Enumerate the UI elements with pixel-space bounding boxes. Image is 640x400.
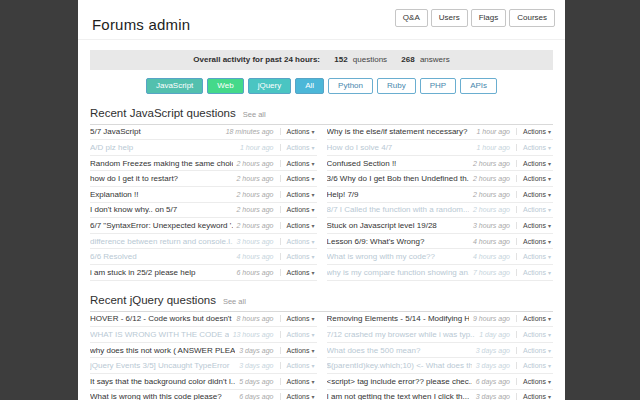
question-title[interactable]: i am stuck in 25/2 please help — [90, 268, 233, 277]
questions-label: questions — [353, 55, 387, 64]
question-title[interactable]: A/D plz help — [90, 143, 236, 152]
question-title[interactable]: 6/7 "SyntaxError: Unexpected keyword '..… — [90, 221, 233, 230]
actions-dropdown[interactable]: Actions▾ — [516, 160, 553, 167]
actions-dropdown[interactable]: Actions▾ — [280, 362, 317, 369]
chevron-down-icon: ▾ — [548, 253, 551, 260]
actions-dropdown[interactable]: Actions▾ — [280, 222, 317, 229]
actions-dropdown[interactable]: Actions▾ — [516, 331, 553, 338]
question-title[interactable]: why does this not work ( ANSWER PLEA... — [90, 346, 235, 355]
question-title[interactable]: 8/7 I Called the function with a random.… — [327, 205, 470, 214]
chevron-down-icon: ▾ — [548, 331, 551, 338]
question-title[interactable]: Explanation !! — [90, 190, 233, 199]
question-title[interactable]: Random Freezes making the same choic... — [90, 159, 233, 168]
actions-dropdown[interactable]: Actions▾ — [516, 393, 553, 400]
actions-dropdown[interactable]: Actions▾ — [516, 144, 553, 151]
actions-dropdown[interactable]: Actions▾ — [516, 206, 553, 213]
question-row: 3/6 Why do I get Bob then Undefined th..… — [327, 171, 554, 187]
question-title[interactable]: 6/6 Resolved — [90, 252, 233, 261]
filter-ruby[interactable]: Ruby — [377, 78, 416, 94]
filter-apis[interactable]: APIs — [460, 78, 497, 94]
question-title[interactable]: Removing Elements - 5/14 - Modifying H..… — [327, 314, 470, 323]
question-title[interactable]: difference between return and console.l.… — [90, 237, 233, 246]
actions-dropdown[interactable]: Actions▾ — [280, 175, 317, 182]
question-row: why does this not work ( ANSWER PLEA...3… — [90, 343, 317, 359]
question-time: 6 days ago — [476, 378, 510, 385]
chevron-down-icon: ▾ — [311, 269, 314, 276]
question-row: why is my compare function showing an...… — [327, 265, 554, 281]
see-all-link[interactable]: See all — [223, 297, 246, 306]
question-title[interactable]: Why is the else/if statement necessary? — [327, 127, 473, 136]
actions-dropdown[interactable]: Actions▾ — [516, 347, 553, 354]
actions-dropdown[interactable]: Actions▾ — [516, 253, 553, 260]
chevron-down-icon: ▾ — [548, 238, 551, 245]
actions-dropdown[interactable]: Actions▾ — [280, 331, 317, 338]
actions-dropdown[interactable]: Actions▾ — [516, 175, 553, 182]
question-title[interactable]: Help! 7/9 — [327, 190, 470, 199]
actions-dropdown[interactable]: Actions▾ — [280, 393, 317, 400]
question-title[interactable]: <script> tag include error?? please chec… — [327, 377, 472, 386]
question-title[interactable]: Confused Section !! — [327, 159, 470, 168]
question-title[interactable]: I don't know why.. on 5/7 — [90, 205, 233, 214]
filter-jquery[interactable]: jQuery — [248, 78, 292, 94]
actions-dropdown[interactable]: Actions▾ — [280, 128, 317, 135]
question-title[interactable]: Stuck on Javascript level 19/28 — [327, 221, 470, 230]
question-title[interactable]: It says that the background color didn't… — [90, 377, 235, 386]
actions-dropdown[interactable]: Actions▾ — [516, 269, 553, 276]
question-title[interactable]: how do I get it to restart? — [90, 174, 233, 183]
question-column: 5/7 JavaScript18 minutes agoActions▾A/D … — [90, 125, 317, 281]
actions-dropdown[interactable]: Actions▾ — [280, 160, 317, 167]
actions-dropdown[interactable]: Actions▾ — [280, 347, 317, 354]
question-title[interactable]: How do I solve 4/7 — [327, 143, 473, 152]
actions-dropdown[interactable]: Actions▾ — [516, 128, 553, 135]
question-title[interactable]: 3/6 Why do I get Bob then Undefined th..… — [327, 174, 470, 183]
question-title[interactable]: What is wrong with this code please? — [90, 392, 235, 400]
filter-php[interactable]: PHP — [420, 78, 456, 94]
actions-dropdown[interactable]: Actions▾ — [280, 191, 317, 198]
question-title[interactable]: $(parentId)key.which;10) <- What does th… — [327, 361, 472, 370]
actions-dropdown[interactable]: Actions▾ — [280, 238, 317, 245]
question-title[interactable]: 5/7 JavaScript — [90, 127, 222, 136]
actions-label: Actions — [287, 128, 310, 135]
nav-button-flags[interactable]: Flags — [471, 9, 507, 27]
actions-label: Actions — [523, 128, 546, 135]
question-title[interactable]: What does the 500 mean? — [327, 346, 472, 355]
actions-dropdown[interactable]: Actions▾ — [280, 315, 317, 322]
question-title[interactable]: why is my compare function showing an... — [327, 268, 470, 277]
question-title[interactable]: What is wrong with my code?? — [327, 252, 470, 261]
question-title[interactable]: jQuery Events 3/5] Uncaught TypeError — [90, 361, 235, 370]
see-all-link[interactable]: See all — [243, 110, 266, 119]
filter-all[interactable]: All — [295, 78, 324, 94]
actions-dropdown[interactable]: Actions▾ — [516, 378, 553, 385]
actions-dropdown[interactable]: Actions▾ — [516, 222, 553, 229]
nav-button-users[interactable]: Users — [431, 9, 468, 27]
actions-dropdown[interactable]: Actions▾ — [280, 269, 317, 276]
actions-dropdown[interactable]: Actions▾ — [280, 206, 317, 213]
actions-label: Actions — [287, 144, 310, 151]
question-row: 8/7 I Called the function with a random.… — [327, 203, 554, 219]
actions-dropdown[interactable]: Actions▾ — [516, 315, 553, 322]
question-row: how do I get it to restart?2 hours agoAc… — [90, 171, 317, 187]
question-title[interactable]: 7/12 crashed my browser while i was typ.… — [327, 330, 476, 339]
section-title: Recent JavaScript questions — [90, 107, 236, 119]
filter-web[interactable]: Web — [207, 78, 243, 94]
question-title[interactable]: HOVER - 6/12 - Code works but doesn't a.… — [90, 314, 233, 323]
question-title[interactable]: Lesson 6/9: What's Wrong? — [327, 237, 470, 246]
actions-dropdown[interactable]: Actions▾ — [516, 238, 553, 245]
question-time: 1 hour ago — [477, 144, 510, 151]
nav-button-courses[interactable]: Courses — [509, 9, 555, 27]
filter-python[interactable]: Python — [328, 78, 373, 94]
question-row: Why is the else/if statement necessary?1… — [327, 125, 554, 141]
chevron-down-icon: ▾ — [311, 238, 314, 245]
nav-button-q-a[interactable]: Q&A — [395, 9, 428, 27]
question-time: 1 day ago — [479, 331, 510, 338]
actions-dropdown[interactable]: Actions▾ — [516, 362, 553, 369]
question-title[interactable]: WHAT IS WRONG WITH THE CODE and ... — [90, 330, 229, 339]
filter-javascript[interactable]: JavaScript — [146, 78, 203, 94]
question-title[interactable]: I am not getting the text when I click t… — [327, 392, 472, 400]
actions-dropdown[interactable]: Actions▾ — [280, 378, 317, 385]
actions-dropdown[interactable]: Actions▾ — [280, 144, 317, 151]
actions-dropdown[interactable]: Actions▾ — [516, 191, 553, 198]
actions-dropdown[interactable]: Actions▾ — [280, 253, 317, 260]
section-header: Recent jQuery questionsSee all — [90, 294, 553, 312]
actions-label: Actions — [287, 238, 310, 245]
